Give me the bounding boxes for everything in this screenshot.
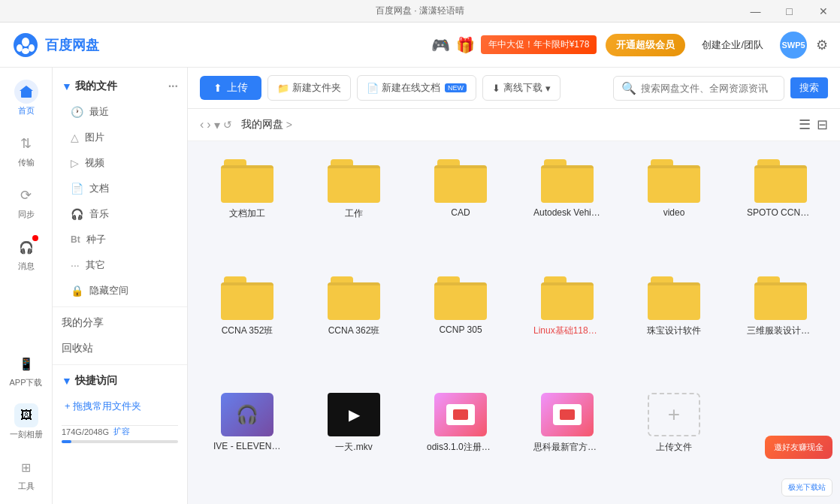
file-item-folder4[interactable]: Autodesk Vehic...	[520, 153, 615, 258]
sidebar-item-app[interactable]: 📱 APP下载	[4, 346, 49, 394]
folder-icon	[541, 276, 594, 320]
sidebar-item-photo[interactable]: 🖼 一刻相册	[4, 397, 49, 446]
new-doc-label: 新建在线文档	[382, 81, 440, 95]
forward-arrow[interactable]: ›	[207, 118, 210, 131]
home-icon	[14, 80, 38, 104]
folder-icon	[648, 276, 700, 320]
watermark-logo: 极光下载站	[781, 478, 832, 496]
grid-view-icon[interactable]: ⊟	[817, 116, 828, 133]
file-item-folder12[interactable]: 三维服装设计软...	[733, 270, 828, 376]
offline-dl-button[interactable]: ⬇ 离线下载 ▾	[482, 75, 561, 101]
maximize-button[interactable]: □	[772, 0, 806, 23]
file-item-music1[interactable]: 🎧IVE - ELEVEN.m...	[200, 387, 295, 492]
my-files-section[interactable]: ▼ 我的文件 ···	[53, 74, 187, 99]
add-quick-label: + 拖拽常用文件夹	[65, 400, 141, 413]
my-files-label: 我的文件	[75, 80, 117, 93]
nav-photos[interactable]: △ 图片	[53, 125, 187, 150]
vip-button[interactable]: 开通超级会员	[606, 34, 685, 56]
file-grid: 文档加工 工作 CAD Autodesk Vehic... video SPOT…	[188, 141, 840, 504]
file-item-folder3[interactable]: CAD	[413, 153, 508, 258]
sidebar-item-transfer[interactable]: ⇅ 传输	[4, 125, 49, 174]
header-promo: 🎮 🎁 年中大促！年卡限时¥178	[431, 35, 597, 54]
dropdown-arrow[interactable]: ▾	[214, 118, 220, 132]
upload-button[interactable]: ⬆ 上传	[200, 76, 261, 100]
software2-thumb	[541, 393, 594, 436]
nav-docs[interactable]: 📄 文档	[53, 176, 187, 201]
promo-banner: 年中大促！年卡限时¥178	[481, 35, 597, 54]
logo-icon	[12, 32, 39, 59]
nav-videos[interactable]: ▷ 视频	[53, 150, 187, 176]
new-badge: NEW	[445, 83, 467, 92]
file-item-folder6[interactable]: SPOTO CCNA V...	[733, 153, 828, 258]
file-item-folder2[interactable]: 工作	[307, 153, 401, 258]
sidebar-item-sync[interactable]: ⟳ 同步	[4, 177, 49, 226]
file-name: 一天.mkv	[335, 441, 372, 454]
folder-icon	[754, 276, 807, 320]
app-label: APP下载	[9, 377, 42, 388]
software-thumb	[434, 393, 487, 436]
search-input[interactable]	[641, 83, 776, 94]
nav-my-share[interactable]: 我的分享	[53, 310, 187, 336]
file-item-folder1[interactable]: 文档加工	[200, 153, 295, 258]
nav-recycle[interactable]: 回收站	[53, 336, 187, 361]
nav-music[interactable]: 🎧 音乐	[53, 201, 187, 227]
video-thumb	[328, 393, 380, 436]
more-icon[interactable]: ···	[168, 80, 178, 93]
quick-access-header[interactable]: ▼ 快捷访问	[53, 368, 187, 394]
title-bar: 百度网盘 · 潇潇轻语晴 — □ ✕	[0, 0, 840, 23]
file-item-soft1[interactable]: odis3.1.0注册机...	[413, 387, 508, 492]
videos-label: 视频	[85, 156, 104, 170]
new-folder-button[interactable]: 📁 新建文件夹	[267, 75, 351, 101]
new-doc-button[interactable]: 📄 新建在线文档 NEW	[357, 75, 476, 101]
search-icon: 🔍	[621, 81, 636, 95]
close-button[interactable]: ✕	[806, 0, 840, 23]
expand-button[interactable]: 扩容	[113, 426, 130, 437]
window-controls: — □ ✕	[739, 0, 840, 23]
main-layout: 首页 ⇅ 传输 ⟳ 同步 🎧 消息 📱 APP下载 🖼 一刻相册 ⊞	[0, 68, 840, 504]
sidebar-icons: 首页 ⇅ 传输 ⟳ 同步 🎧 消息 📱 APP下载 🖼 一刻相册 ⊞	[0, 68, 53, 504]
file-item-video1[interactable]: 一天.mkv	[307, 387, 401, 492]
enterprise-button[interactable]: 创建企业/团队	[694, 34, 771, 56]
svg-rect-5	[21, 90, 32, 98]
sidebar-item-message[interactable]: 🎧 消息	[4, 229, 49, 278]
file-item-soft2[interactable]: 思科最新官方模...	[520, 387, 615, 492]
app-icon: 📱	[14, 352, 38, 376]
file-name: 上传文件	[656, 441, 692, 454]
search-button[interactable]: 搜索	[790, 77, 828, 98]
sidebar-item-home[interactable]: 首页	[4, 74, 49, 122]
gift-icon: 🎁	[456, 36, 475, 54]
folder-icon	[328, 159, 380, 203]
quick-label: 快捷访问	[75, 374, 117, 388]
nav-hidden[interactable]: 🔒 隐藏空间	[53, 278, 187, 303]
file-item-folder11[interactable]: 珠宝设计软件	[627, 270, 721, 376]
add-quick-btn[interactable]: + 拖拽常用文件夹	[53, 394, 187, 419]
file-item-folder9[interactable]: CCNP 305	[413, 270, 508, 376]
file-item-folder7[interactable]: CCNA 352班	[200, 270, 295, 376]
file-item-upload[interactable]: +上传文件	[627, 387, 721, 492]
breadcrumb: ‹ › ▾ ↺ 我的网盘 > ☰ ⊟	[188, 109, 840, 141]
breadcrumb-current[interactable]: 我的网盘	[241, 118, 283, 131]
folder-icon	[754, 159, 807, 203]
nav-bt[interactable]: Bt 种子	[53, 227, 187, 252]
settings-icon[interactable]: ⚙	[816, 37, 828, 53]
back-arrow[interactable]: ‹	[200, 118, 204, 131]
photo-label: 一刻相册	[10, 429, 43, 440]
photos-label: 图片	[85, 131, 104, 144]
minimize-button[interactable]: —	[739, 0, 772, 23]
transfer-icon: ⇅	[14, 131, 38, 155]
nav-recent[interactable]: 🕐 最近	[53, 99, 187, 125]
list-view-icon[interactable]: ☰	[799, 116, 811, 133]
nav-other[interactable]: ··· 其它	[53, 252, 187, 278]
tools-label: 工具	[18, 481, 35, 492]
header: 百度网盘 🎮 🎁 年中大促！年卡限时¥178 开通超级会员 创建企业/团队 SW…	[0, 23, 840, 68]
file-item-folder10[interactable]: Linux基础118班-...	[520, 270, 615, 376]
file-item-folder8[interactable]: CCNA 362班	[307, 270, 401, 376]
folder-icon: 📁	[277, 83, 289, 94]
sidebar-item-tools[interactable]: ⊞ 工具	[4, 449, 49, 498]
avatar[interactable]: SWP5	[780, 32, 807, 59]
invite-promo[interactable]: 邀好友赚现金	[765, 436, 832, 459]
logo-text: 百度网盘	[45, 36, 99, 54]
file-item-folder5[interactable]: video	[627, 153, 721, 258]
refresh-icon[interactable]: ↺	[223, 119, 232, 131]
nav-arrows: ‹ › ▾ ↺	[200, 118, 232, 132]
